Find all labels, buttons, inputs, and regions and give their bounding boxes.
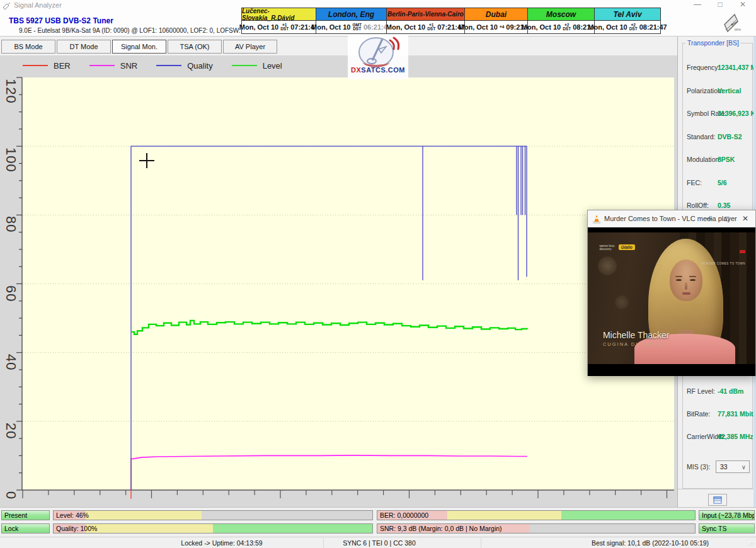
satellite-dish-icon: MHz: [721, 12, 742, 36]
tab-dt-mode[interactable]: DT Mode: [57, 40, 111, 54]
signal-analyzer-window: Signal Analyzer — □ ✕ TBS 5927 USB DVB-S…: [0, 0, 756, 548]
clock-time-row: Mon, Oct 10+1DST07:21:47: [242, 21, 316, 33]
vlc-window: Murder Comes to Town - VLC media player …: [587, 210, 756, 376]
clock-time-row: Mon, Oct 10GMTDST06:21:47: [316, 21, 386, 33]
y-axis-label-80: 80: [3, 216, 19, 232]
vlc-minimize-button[interactable]: —: [700, 214, 716, 225]
vlc-close-button[interactable]: ✕: [737, 214, 753, 225]
field-value: 31396,923 KS/s: [718, 110, 756, 117]
status-uptime: Locked -> Uptime: 04:13:59: [181, 539, 262, 547]
signal-meters: PresentLevel: 46%BER: 0,0000000Input (~2…: [0, 507, 756, 537]
status-separator: [323, 538, 324, 548]
field-label: FEC:: [687, 179, 702, 186]
field-value: DVB-S2: [718, 133, 742, 140]
field-label: RollOff:: [687, 202, 709, 209]
signal-chart[interactable]: [0, 55, 677, 507]
tab-tsa-ok-[interactable]: TSA (OK): [168, 40, 222, 54]
world-clocks: Lučenec-Slovakia_R.DávidMon, Oct 10+1DST…: [241, 8, 661, 34]
clock-city-name: Tel Aviv: [595, 8, 660, 21]
window-minimize-button[interactable]: —: [688, 1, 707, 9]
face-brow: [689, 276, 696, 277]
dxsatcs-logo-text: DXSATCS.COM: [351, 66, 405, 74]
field-label: RF Level:: [687, 387, 715, 395]
clock-time-row: Mon, Oct 10+409:21:47: [465, 21, 527, 33]
meter-label: Present: [4, 511, 27, 519]
face-eye: [676, 279, 682, 281]
ber-meter: BER: 0,0000000: [377, 510, 696, 520]
clock-date: Mon, Oct 10: [522, 23, 561, 31]
export-table-button[interactable]: [708, 494, 727, 506]
person-name: Michelle Thacker: [603, 330, 670, 340]
field-standard: Standard:DVB-S2: [683, 133, 753, 142]
person-caption: CUGINA DI CARLA: [603, 341, 670, 347]
brand-logo-text: warner bros.discovery: [600, 244, 616, 251]
meter-segment-gray: [530, 524, 695, 533]
window-title: Signal Analyzer: [14, 1, 62, 9]
video-lower-third: Michelle Thacker CUGINA DI CARLA: [603, 330, 670, 347]
field-value: 8PSK: [718, 156, 735, 163]
clock-date: Mon, Oct 10: [311, 23, 350, 31]
tz-dst: DST: [563, 27, 571, 31]
transponder-group-title: Transponder [BS]: [685, 39, 741, 47]
dxsatcs-watermark: DXSATCS.COM: [348, 35, 408, 79]
field-label: Modulation:: [687, 156, 721, 163]
window-maximize-button[interactable]: □: [711, 1, 730, 9]
meter-label: Lock: [4, 525, 18, 532]
tab-av-player[interactable]: AV Player: [223, 40, 277, 54]
status-separator: [481, 538, 481, 548]
clock-time: 08:21:47: [639, 23, 667, 31]
clock-date: Mon, Oct 10: [239, 23, 278, 31]
clock-date: Mon, Oct 10: [459, 23, 498, 31]
clock-timezone: +2DST: [563, 23, 571, 31]
field-value: 0.35: [718, 202, 730, 209]
field-value: 5/6: [718, 179, 727, 186]
dxsatcs-logo-icon: [351, 35, 405, 68]
resize-grip[interactable]: .::: [748, 541, 755, 547]
clock-city-name: Moscow: [528, 8, 594, 21]
clock-city-name: Dubai: [465, 8, 527, 21]
level-meter: Level: 46%: [53, 510, 373, 520]
field-fec: FEC:5/6: [683, 179, 753, 188]
clock-5: Tel AvivMon, Oct 10+2DST08:21:47: [595, 8, 660, 33]
clock-city-name: London, Eng: [316, 8, 386, 21]
meter-segment-gray: [202, 511, 372, 520]
tz-dst: DST: [353, 27, 361, 31]
y-axis-label-120: 120: [3, 79, 19, 104]
vlc-video-area[interactable]: warner bros.discovery Giallo MURDER COME…: [588, 227, 755, 376]
field-label: BitRate:: [687, 410, 710, 418]
meter-label: Sync TS: [702, 525, 727, 532]
tz-dst: DST: [427, 27, 435, 31]
meter-segment-yellow: [86, 524, 213, 533]
mis-dropdown[interactable]: 33 ∨: [716, 460, 750, 473]
vlc-titlebar[interactable]: Murder Comes to Town - VLC media player …: [588, 210, 755, 227]
statusbar: Locked -> Uptime: 04:13:59 SYNC 6 | TEI …: [0, 537, 756, 548]
clock-timezone: +1DST: [427, 23, 435, 31]
field-label: Frequency:: [687, 64, 720, 71]
clock-3: DubaiMon, Oct 10+409:21:47: [465, 8, 528, 33]
vlc-window-title: Murder Comes to Town - VLC media player: [604, 215, 737, 222]
present-indicator: Present: [1, 510, 50, 520]
clock-city-name: Berlin-Paris-Vienna-Cairo: [387, 8, 464, 21]
video-show-mark: MURDER COMES TO TOWN: [701, 244, 745, 267]
meter-label: Quality: 100%: [56, 525, 97, 532]
tab-signal-mon-[interactable]: Signal Mon.: [112, 40, 166, 54]
clock-city-name: Lučenec-Slovakia_R.Dávid: [242, 8, 316, 21]
vlc-maximize-button[interactable]: □: [719, 214, 735, 225]
tuner-subtitle: 9.0E - Eutelsat 9B/Ka-Sat 9A (ID: 0090) …: [19, 27, 246, 34]
clock-time-row: Mon, Oct 10+2DST08:21:47: [595, 21, 660, 33]
window-close-button[interactable]: ✕: [733, 1, 752, 9]
chevron-down-icon: ∨: [742, 462, 746, 473]
mode-tabbar: BS ModeDT ModeSignal Mon.TSA (OK)AV Play…: [0, 37, 677, 55]
face-brow: [675, 276, 682, 277]
meter-label: BER: 0,0000000: [380, 511, 428, 519]
face-eye: [690, 279, 696, 281]
signal-chart-panel[interactable]: BERSNRQualityLevel 120100806040200: [0, 55, 677, 507]
status-best-signal: Best signal: 10,1 dB (2022-10-10 05:19): [592, 539, 709, 547]
tz-dst: DST: [280, 27, 289, 31]
clock-timezone: GMTDST: [352, 23, 361, 31]
clock-1: London, EngMon, Oct 10GMTDST06:21:47: [316, 8, 387, 33]
tz-offset: +4: [500, 25, 504, 29]
meter-segment-green: [561, 511, 695, 520]
giallo-badge: Giallo: [619, 244, 635, 250]
tab-bs-mode[interactable]: BS Mode: [1, 40, 55, 54]
